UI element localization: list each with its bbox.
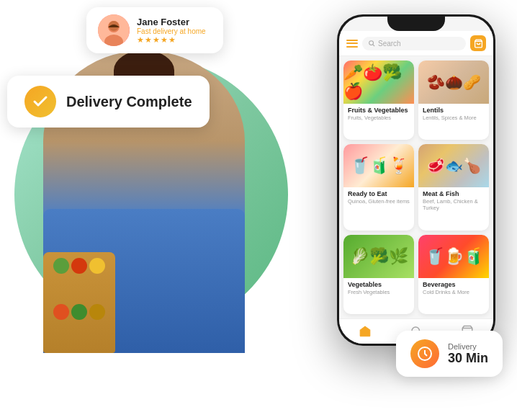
category-name-drinks: Beverages [423, 281, 485, 288]
user-stars: ★★★★★ [137, 35, 206, 45]
category-card-ready[interactable]: 🥤🧃🍹 Ready to Eat Quinoa, Gluten-free ite… [343, 144, 414, 230]
category-sub-veggies: Fresh Vegetables [348, 289, 410, 295]
category-info-lentils: Lentils Lentils, Spices & More [418, 104, 489, 124]
category-image-lentils: 🫘🌰🥜 [418, 61, 489, 104]
category-image-ready: 🥤🧃🍹 [343, 144, 414, 187]
category-info-drinks: Beverages Cold Drinks & More [418, 278, 489, 298]
category-name-lentils: Lentils [423, 107, 485, 114]
category-sub-lentils: Lentils, Spices & More [423, 115, 485, 121]
category-image-meat: 🥩🐟🍗 [418, 144, 489, 187]
category-image-veggies: 🥬🥦🌿 [343, 235, 414, 278]
user-card: Jane Foster Fast delivery at home ★★★★★ [86, 7, 223, 53]
clock-icon [410, 339, 439, 368]
phone-inner: 9:41 ▐▐▐ WiFi ▓ Search [339, 17, 493, 344]
cart-icon[interactable] [470, 35, 486, 51]
delivery-min-value: 30 Min [448, 351, 488, 366]
category-info-ready: Ready to Eat Quinoa, Gluten-free items [343, 187, 414, 207]
category-sub-ready: Quinoa, Gluten-free items [348, 198, 410, 205]
category-name-veggies: Vegetables [348, 281, 410, 288]
grocery-bag [43, 252, 115, 353]
phone-mockup: 9:41 ▐▐▐ WiFi ▓ Search [337, 14, 495, 346]
delivery-min-badge: Delivery 30 Min [396, 331, 503, 377]
category-image-fruits: 🥕🍅🥦🍎 [343, 61, 414, 104]
search-bar[interactable]: Search [362, 37, 466, 50]
category-sub-drinks: Cold Drinks & More [423, 289, 485, 295]
category-card-meat[interactable]: 🥩🐟🍗 Meat & Fish Beef, Lamb, Chicken & Tu… [418, 144, 489, 230]
menu-icon[interactable] [346, 40, 358, 48]
app-header: Search [339, 31, 493, 56]
user-subtitle: Fast delivery at home [137, 27, 206, 35]
category-name-meat: Meat & Fish [423, 190, 485, 197]
search-placeholder: Search [378, 40, 401, 48]
category-card-drinks[interactable]: 🥤🍺🧃 Beverages Cold Drinks & More [418, 235, 489, 314]
category-sub-fruits: Fruits, Vegetables [348, 115, 410, 121]
svg-line-5 [373, 45, 374, 46]
svg-point-4 [369, 41, 374, 45]
category-card-lentils[interactable]: 🫘🌰🥜 Lentils Lentils, Spices & More [418, 61, 489, 140]
check-circle [24, 86, 56, 117]
delivery-min-label: Delivery [448, 342, 488, 351]
category-name-ready: Ready to Eat [348, 190, 410, 197]
category-info-veggies: Vegetables Fresh Vegetables [343, 278, 414, 298]
category-sub-meat: Beef, Lamb, Chicken & Turkey [423, 198, 485, 211]
category-card-fruits[interactable]: 🥕🍅🥦🍎 Fruits & Vegetables Fruits, Vegetab… [343, 61, 414, 140]
user-info: Jane Foster Fast delivery at home ★★★★★ [137, 17, 206, 45]
delivery-complete-text: Delivery Complete [66, 94, 192, 110]
category-name-fruits: Fruits & Vegetables [348, 107, 410, 114]
category-info-meat: Meat & Fish Beef, Lamb, Chicken & Turkey [418, 187, 489, 214]
delivery-complete-badge: Delivery Complete [7, 76, 210, 128]
category-card-veggies[interactable]: 🥬🥦🌿 Vegetables Fresh Vegetables [343, 235, 414, 314]
user-name: Jane Foster [137, 17, 206, 27]
phone-notch [387, 17, 445, 31]
nav-home[interactable] [359, 325, 372, 338]
category-image-drinks: 🥤🍺🧃 [418, 235, 489, 278]
search-icon [368, 40, 375, 47]
categories-grid: 🥕🍅🥦🍎 Fruits & Vegetables Fruits, Vegetab… [339, 56, 493, 318]
avatar [98, 14, 130, 46]
delivery-min-info: Delivery 30 Min [448, 342, 488, 366]
category-info-fruits: Fruits & Vegetables Fruits, Vegetables [343, 104, 414, 124]
